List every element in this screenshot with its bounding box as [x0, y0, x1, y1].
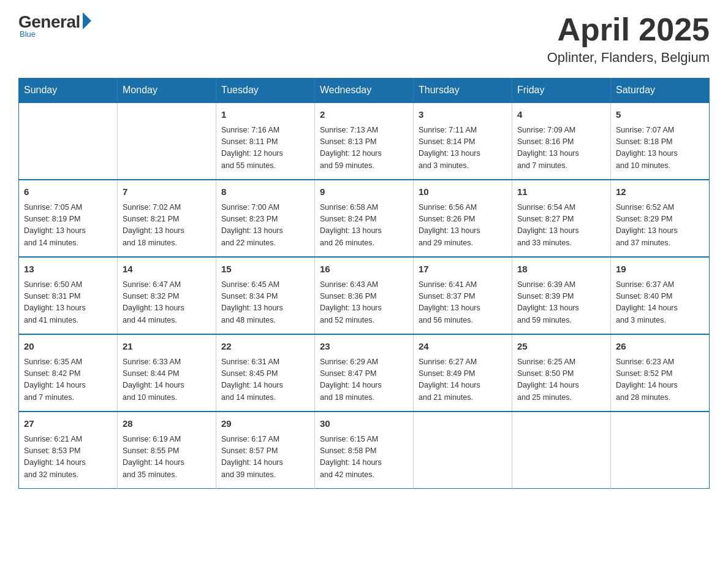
- logo: General Blue: [18, 12, 91, 39]
- weekday-header-sunday: Sunday: [19, 79, 118, 103]
- day-number: 15: [221, 262, 309, 277]
- calendar-cell: 14Sunrise: 6:47 AM Sunset: 8:32 PM Dayli…: [118, 257, 216, 334]
- calendar-cell: 4Sunrise: 7:09 AM Sunset: 8:16 PM Daylig…: [512, 102, 611, 180]
- calendar-cell: 15Sunrise: 6:45 AM Sunset: 8:34 PM Dayli…: [216, 257, 315, 334]
- day-number: 26: [616, 340, 704, 354]
- weekday-header-wednesday: Wednesday: [315, 79, 414, 103]
- calendar-cell: 20Sunrise: 6:35 AM Sunset: 8:42 PM Dayli…: [19, 334, 118, 412]
- day-number: 9: [320, 185, 408, 199]
- calendar-week-row: 1Sunrise: 7:16 AM Sunset: 8:11 PM Daylig…: [19, 102, 710, 180]
- calendar-cell: 11Sunrise: 6:54 AM Sunset: 8:27 PM Dayli…: [512, 180, 611, 257]
- weekday-header-tuesday: Tuesday: [216, 79, 315, 103]
- calendar-cell: 16Sunrise: 6:43 AM Sunset: 8:36 PM Dayli…: [315, 257, 414, 334]
- day-info: Sunrise: 6:43 AM Sunset: 8:36 PM Dayligh…: [320, 279, 408, 327]
- calendar-cell: [414, 412, 512, 489]
- day-info: Sunrise: 6:29 AM Sunset: 8:47 PM Dayligh…: [320, 356, 408, 404]
- day-number: 20: [24, 340, 112, 354]
- day-info: Sunrise: 6:21 AM Sunset: 8:53 PM Dayligh…: [24, 434, 112, 481]
- calendar-week-row: 6Sunrise: 7:05 AM Sunset: 8:19 PM Daylig…: [19, 180, 710, 257]
- day-info: Sunrise: 6:47 AM Sunset: 8:32 PM Dayligh…: [123, 279, 211, 327]
- day-number: 14: [123, 262, 211, 277]
- day-number: 27: [24, 417, 112, 431]
- day-number: 6: [24, 185, 112, 199]
- calendar-cell: 30Sunrise: 6:15 AM Sunset: 8:58 PM Dayli…: [315, 412, 414, 489]
- calendar-cell: [19, 102, 118, 180]
- calendar-cell: [512, 412, 611, 489]
- day-info: Sunrise: 6:56 AM Sunset: 8:26 PM Dayligh…: [419, 202, 507, 250]
- day-number: 30: [320, 417, 408, 431]
- day-number: 11: [517, 185, 605, 199]
- calendar-cell: 28Sunrise: 6:19 AM Sunset: 8:55 PM Dayli…: [118, 412, 216, 489]
- calendar-cell: 26Sunrise: 6:23 AM Sunset: 8:52 PM Dayli…: [611, 334, 710, 412]
- calendar-cell: 23Sunrise: 6:29 AM Sunset: 8:47 PM Dayli…: [315, 334, 414, 412]
- calendar-cell: [611, 412, 710, 489]
- month-title: April 2025: [547, 12, 710, 47]
- calendar-cell: 9Sunrise: 6:58 AM Sunset: 8:24 PM Daylig…: [315, 180, 414, 257]
- calendar-cell: 19Sunrise: 6:37 AM Sunset: 8:40 PM Dayli…: [611, 257, 710, 334]
- day-number: 10: [419, 185, 507, 199]
- title-section: April 2025 Oplinter, Flanders, Belgium: [547, 12, 710, 66]
- day-number: 7: [123, 185, 211, 199]
- day-info: Sunrise: 7:07 AM Sunset: 8:18 PM Dayligh…: [616, 124, 704, 172]
- day-info: Sunrise: 6:33 AM Sunset: 8:44 PM Dayligh…: [123, 356, 211, 404]
- calendar-week-row: 13Sunrise: 6:50 AM Sunset: 8:31 PM Dayli…: [19, 257, 710, 334]
- calendar-cell: 8Sunrise: 7:00 AM Sunset: 8:23 PM Daylig…: [216, 180, 315, 257]
- location-title: Oplinter, Flanders, Belgium: [547, 50, 710, 66]
- day-number: 23: [320, 340, 408, 354]
- calendar-cell: 27Sunrise: 6:21 AM Sunset: 8:53 PM Dayli…: [19, 412, 118, 489]
- day-info: Sunrise: 6:45 AM Sunset: 8:34 PM Dayligh…: [221, 279, 309, 327]
- day-number: 17: [419, 262, 507, 277]
- calendar-table: SundayMondayTuesdayWednesdayThursdayFrid…: [18, 78, 710, 489]
- day-info: Sunrise: 7:09 AM Sunset: 8:16 PM Dayligh…: [517, 124, 605, 172]
- calendar-cell: 6Sunrise: 7:05 AM Sunset: 8:19 PM Daylig…: [19, 180, 118, 257]
- day-number: 5: [616, 108, 704, 122]
- logo-blue-text: Blue: [20, 29, 36, 39]
- day-number: 29: [221, 417, 309, 431]
- calendar-cell: 22Sunrise: 6:31 AM Sunset: 8:45 PM Dayli…: [216, 334, 315, 412]
- calendar-week-row: 20Sunrise: 6:35 AM Sunset: 8:42 PM Dayli…: [19, 334, 710, 412]
- calendar-cell: 13Sunrise: 6:50 AM Sunset: 8:31 PM Dayli…: [19, 257, 118, 334]
- calendar-header: SundayMondayTuesdayWednesdayThursdayFrid…: [19, 79, 710, 103]
- day-info: Sunrise: 6:58 AM Sunset: 8:24 PM Dayligh…: [320, 202, 408, 250]
- calendar-cell: [118, 102, 216, 180]
- day-info: Sunrise: 6:17 AM Sunset: 8:57 PM Dayligh…: [221, 434, 309, 481]
- weekday-header-monday: Monday: [118, 79, 216, 103]
- day-number: 13: [24, 262, 112, 277]
- day-info: Sunrise: 6:50 AM Sunset: 8:31 PM Dayligh…: [24, 279, 112, 327]
- day-info: Sunrise: 6:27 AM Sunset: 8:49 PM Dayligh…: [419, 356, 507, 404]
- calendar-cell: 17Sunrise: 6:41 AM Sunset: 8:37 PM Dayli…: [414, 257, 512, 334]
- calendar-cell: 18Sunrise: 6:39 AM Sunset: 8:39 PM Dayli…: [512, 257, 611, 334]
- day-info: Sunrise: 6:15 AM Sunset: 8:58 PM Dayligh…: [320, 434, 408, 481]
- day-info: Sunrise: 6:23 AM Sunset: 8:52 PM Dayligh…: [616, 356, 704, 404]
- calendar-cell: 12Sunrise: 6:52 AM Sunset: 8:29 PM Dayli…: [611, 180, 710, 257]
- day-number: 12: [616, 185, 704, 199]
- day-info: Sunrise: 7:11 AM Sunset: 8:14 PM Dayligh…: [419, 124, 507, 172]
- calendar-cell: 5Sunrise: 7:07 AM Sunset: 8:18 PM Daylig…: [611, 102, 710, 180]
- day-number: 25: [517, 340, 605, 354]
- day-info: Sunrise: 7:16 AM Sunset: 8:11 PM Dayligh…: [221, 124, 309, 172]
- day-number: 22: [221, 340, 309, 354]
- day-info: Sunrise: 6:41 AM Sunset: 8:37 PM Dayligh…: [419, 279, 507, 327]
- day-info: Sunrise: 6:37 AM Sunset: 8:40 PM Dayligh…: [616, 279, 704, 327]
- day-number: 28: [123, 417, 211, 431]
- day-info: Sunrise: 7:13 AM Sunset: 8:13 PM Dayligh…: [320, 124, 408, 172]
- weekday-header-thursday: Thursday: [414, 79, 512, 103]
- weekday-header-saturday: Saturday: [611, 79, 710, 103]
- calendar-cell: 25Sunrise: 6:25 AM Sunset: 8:50 PM Dayli…: [512, 334, 611, 412]
- page-header: General Blue April 2025 Oplinter, Flande…: [18, 12, 710, 66]
- day-number: 18: [517, 262, 605, 277]
- day-info: Sunrise: 6:39 AM Sunset: 8:39 PM Dayligh…: [517, 279, 605, 327]
- day-info: Sunrise: 7:00 AM Sunset: 8:23 PM Dayligh…: [221, 202, 309, 250]
- day-number: 16: [320, 262, 408, 277]
- day-number: 8: [221, 185, 309, 199]
- day-number: 4: [517, 108, 605, 122]
- calendar-cell: 21Sunrise: 6:33 AM Sunset: 8:44 PM Dayli…: [118, 334, 216, 412]
- day-info: Sunrise: 6:31 AM Sunset: 8:45 PM Dayligh…: [221, 356, 309, 404]
- day-number: 21: [123, 340, 211, 354]
- calendar-week-row: 27Sunrise: 6:21 AM Sunset: 8:53 PM Dayli…: [19, 412, 710, 489]
- calendar-cell: 1Sunrise: 7:16 AM Sunset: 8:11 PM Daylig…: [216, 102, 315, 180]
- day-info: Sunrise: 7:05 AM Sunset: 8:19 PM Dayligh…: [24, 202, 112, 250]
- weekday-header-row: SundayMondayTuesdayWednesdayThursdayFrid…: [19, 79, 710, 103]
- calendar-cell: 29Sunrise: 6:17 AM Sunset: 8:57 PM Dayli…: [216, 412, 315, 489]
- calendar-cell: 3Sunrise: 7:11 AM Sunset: 8:14 PM Daylig…: [414, 102, 512, 180]
